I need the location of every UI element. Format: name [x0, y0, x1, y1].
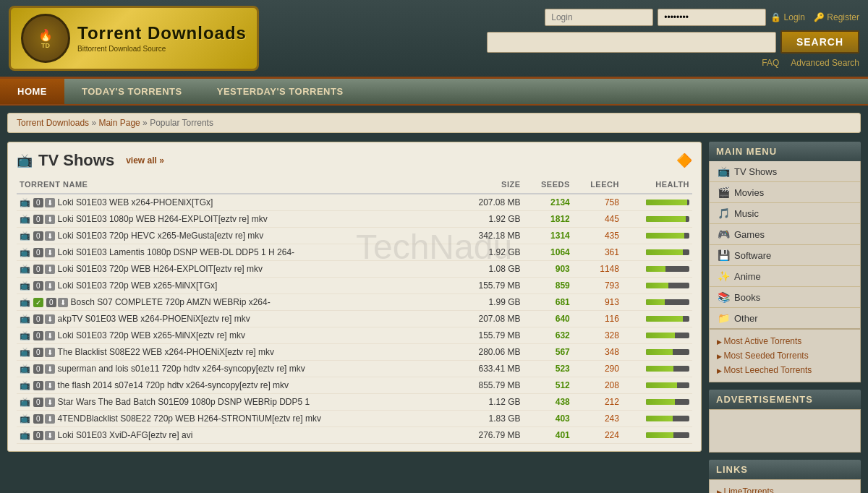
table-row: 📺 0 ⬇ Loki S01E03 XviD-AFG[eztv re] avi …: [17, 427, 692, 444]
login-link[interactable]: 🔒 Login: [770, 12, 805, 22]
sidebar-link-item[interactable]: LimeTorrents: [717, 484, 853, 493]
nav-yesterdays[interactable]: YESTERDAY'S TORRENTS: [200, 79, 361, 104]
health-bar-bg: [646, 382, 689, 388]
nav-home[interactable]: HOME: [0, 79, 64, 104]
torrent-link[interactable]: Loki S01E03 XviD-AFG[eztv re] avi: [58, 430, 193, 440]
site-title: Torrent Downloads: [77, 24, 247, 43]
tv-row-icon: 📺: [20, 231, 30, 241]
health-bar-bg: [646, 216, 689, 222]
table-row: 📺 0 ⬇ superman and lois s01e11 720p hdtv…: [17, 361, 692, 377]
torrent-size: 1.92 GB: [455, 244, 523, 261]
torrent-health: [622, 411, 692, 427]
advanced-search-link[interactable]: Advanced Search: [791, 58, 859, 68]
health-bar-bg: [646, 432, 689, 438]
torrent-link[interactable]: Loki S01E03 720p HEVC x265-MeGusta[eztv …: [58, 231, 264, 241]
torrent-size: 342.18 MB: [455, 228, 523, 244]
torrent-health: [622, 427, 692, 444]
torrent-size: 276.79 MB: [455, 427, 523, 444]
health-bar-bg: [646, 399, 689, 405]
torrent-link[interactable]: Loki S01E03 720p WEB x265-MiNX[TGx]: [58, 280, 218, 291]
torrent-name-cell-4: 📺 0 ⬇ Loki S01E03 720p WEB H264-EXPLOIT[…: [17, 261, 455, 278]
torrent-name-cell-1: 📺 0 ⬇ Loki S01E03 1080p WEB H264-EXPLOIT…: [17, 211, 455, 228]
torrent-link[interactable]: 4TENDBlacklist S08E22 720p WEB H264-STRO…: [58, 413, 321, 424]
torrent-link[interactable]: Loki S01E03 Lamentis 1080p DSNP WEB-DL D…: [58, 247, 295, 257]
sidebar-item-games[interactable]: 🎮Games: [710, 224, 860, 245]
torrent-health: [622, 344, 692, 361]
sidebar-link-items: LimeTorrentsTorrent DownloadHow To Torre…: [709, 479, 861, 493]
register-link[interactable]: 🔑 Register: [814, 12, 859, 22]
torrent-health: [622, 211, 692, 228]
sidebar-menu-list: 📺TV Shows🎬Movies🎵Music🎮Games💾Software✨An…: [709, 161, 861, 329]
login-input[interactable]: [545, 9, 653, 26]
view-all-link[interactable]: view all »: [126, 155, 164, 166]
badge-group: 0 ⬇: [33, 231, 55, 241]
password-input[interactable]: [658, 9, 766, 26]
torrent-link[interactable]: Bosch S07 COMPLETE 720p AMZN WEBRip x264…: [71, 297, 271, 307]
torrent-seeds: 903: [524, 261, 573, 278]
torrent-seeds: 1064: [524, 244, 573, 261]
torrent-seeds: 681: [524, 294, 573, 311]
sidebar-item-other[interactable]: 📁Other: [710, 308, 860, 328]
torrent-leech: 243: [573, 411, 622, 427]
torrent-link[interactable]: Loki S01E03 720p WEB x265-MiNX[eztv re] …: [58, 330, 245, 340]
sidebar-item-anime[interactable]: ✨Anime: [710, 266, 860, 287]
sidebar-label: Anime: [734, 271, 761, 282]
sidebar-item-movies[interactable]: 🎬Movies: [710, 182, 860, 203]
torrent-link[interactable]: Loki S01E03 WEB x264-PHOENiX[TGx]: [58, 197, 213, 207]
torrent-link[interactable]: Loki S01E03 1080p WEB H264-EXPLOIT[eztv …: [58, 214, 268, 224]
torrent-seeds: 403: [524, 411, 573, 427]
torrent-link[interactable]: Star Wars The Bad Batch S01E09 1080p DSN…: [58, 397, 310, 407]
sidebar-item-books[interactable]: 📚Books: [710, 287, 860, 308]
sidebar-item-music[interactable]: 🎵Music: [710, 203, 860, 224]
torrent-link[interactable]: the flash 2014 s07e14 720p hdtv x264-syn…: [58, 380, 289, 390]
health-bar-fill: [646, 432, 673, 438]
rss-icon[interactable]: 🔶: [676, 153, 692, 168]
tv-icon: 📺: [17, 153, 33, 168]
sidebar-sub-link[interactable]: Most Leeched Torrents: [717, 363, 853, 377]
section-title: 📺 TV Shows view all »: [17, 151, 164, 170]
torrent-size: 1.92 GB: [455, 211, 523, 228]
tv-row-icon: 📺: [20, 347, 30, 357]
sidebar-sub-link[interactable]: Most Active Torrents: [717, 334, 853, 348]
health-bar-fill: [646, 249, 683, 255]
sidebar-icon: 📁: [717, 312, 730, 324]
torrent-name-cell-7: 📺 0 ⬇ akpTV S01E03 WEB x264-PHOENiX[eztv…: [17, 311, 455, 327]
torrent-link[interactable]: The Blacklist S08E22 WEB x264-PHOENiX[ez…: [58, 347, 274, 357]
torrent-link[interactable]: akpTV S01E03 WEB x264-PHOENiX[eztv re] m…: [58, 314, 250, 324]
badge-group: 0 ⬇: [33, 348, 55, 357]
breadcrumb-current: Popular Torrents: [150, 118, 213, 128]
sidebar-sub-link[interactable]: Most Seeded Torrents: [717, 348, 853, 363]
breadcrumb-home[interactable]: Torrent Downloads: [17, 118, 89, 128]
search-input[interactable]: [487, 32, 776, 53]
torrent-size: 207.08 MB: [455, 194, 523, 211]
health-bar-bg: [646, 333, 689, 338]
health-bar-fill: [646, 349, 673, 355]
torrent-size: 1.99 GB: [455, 294, 523, 311]
sidebar-item-tv-shows[interactable]: 📺TV Shows: [710, 161, 860, 182]
torrent-link[interactable]: superman and lois s01e11 720p hdtv x264-…: [58, 364, 305, 374]
torrent-name-cell-5: 📺 0 ⬇ Loki S01E03 720p WEB x265-MiNX[TGx…: [17, 278, 455, 294]
torrent-link[interactable]: Loki S01E03 720p WEB H264-EXPLOIT[eztv r…: [58, 264, 263, 274]
torrent-seeds: 1812: [524, 211, 573, 228]
logo-emblem: 🔥 TD: [21, 14, 70, 63]
torrent-seeds: 401: [524, 427, 573, 444]
torrent-size: 1.12 GB: [455, 394, 523, 411]
tv-row-icon: 📺: [20, 314, 30, 324]
health-bar-bg: [646, 299, 689, 305]
sidebar-item-software[interactable]: 💾Software: [710, 245, 860, 266]
nav-todays[interactable]: TODAY'S TORRENTS: [64, 79, 200, 104]
health-bar-bg: [646, 249, 689, 255]
main-menu-title: MAIN MENU: [709, 142, 861, 161]
torrent-size: 280.06 MB: [455, 344, 523, 361]
table-row: 📺 0 ⬇ Loki S01E03 720p WEB H264-EXPLOIT[…: [17, 261, 692, 278]
faq-link[interactable]: FAQ: [762, 58, 779, 68]
search-button[interactable]: SEARCH: [780, 30, 859, 53]
torrent-health: [622, 194, 692, 211]
main-nav: HOME TODAY'S TORRENTS YESTERDAY'S TORREN…: [0, 79, 868, 106]
torrent-health: [622, 361, 692, 377]
tv-row-icon: 📺: [20, 413, 30, 424]
badge-group: 0 ⬇: [33, 331, 55, 340]
sidebar-label: Software: [734, 250, 771, 261]
breadcrumb-main[interactable]: Main Page: [98, 118, 140, 128]
check-badge: ✓: [33, 298, 43, 307]
